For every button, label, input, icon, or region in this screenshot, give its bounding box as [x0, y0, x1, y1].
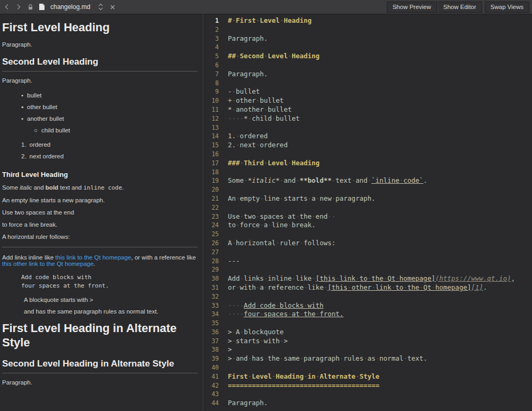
line-number: 5	[205, 52, 219, 61]
line-number: 39	[205, 354, 219, 363]
show-preview-button[interactable]: Show Preview	[387, 2, 437, 13]
preview-paragraph: An empty line starts a new paragraph.	[2, 197, 198, 203]
close-document-icon[interactable]	[107, 2, 118, 12]
editor-line-text	[219, 319, 228, 328]
whitespace-dots: ·	[351, 176, 356, 184]
editor-line[interactable]: 20	[205, 185, 532, 194]
editor-segment-n: Use·two·spaces·at·the·end··	[228, 212, 335, 220]
editor-line[interactable]: 11*·another·bullet	[205, 105, 532, 114]
preview-scrollbar[interactable]	[201, 14, 205, 410]
editor-line[interactable]: 23Use·two·spaces·at·the·end··	[205, 212, 532, 221]
editor-line-text: +·other·bullet	[219, 96, 283, 105]
whitespace-dots: ·	[232, 105, 236, 113]
back-icon[interactable]	[2, 2, 12, 12]
preview-paragraph: Paragraph.	[2, 77, 198, 84]
preview-list-item: 1.ordered	[2, 139, 198, 150]
editor-line[interactable]: 152.·next·ordered	[205, 141, 532, 150]
preview-heading2: Second Level Heading in Alternate Style	[2, 359, 198, 373]
whitespace-dots: ·	[240, 212, 244, 220]
editor-line[interactable]: 18	[205, 168, 532, 177]
editor-line[interactable]: 31or·with·a·reference·like·[this·other·l…	[205, 283, 532, 292]
editor-line[interactable]: 41First·Level·Heading·in·Alternate·Style	[205, 372, 532, 381]
whitespace-dots: ·	[348, 283, 352, 291]
whitespace-dots: ·	[264, 354, 268, 362]
editor-line[interactable]: 8	[205, 79, 532, 88]
document-dropdown-icon[interactable]	[95, 2, 106, 12]
lock-icon[interactable]	[25, 2, 36, 12]
editor-segment-link[interactable]: [this·link·to·the·Qt·homepage]	[316, 274, 436, 282]
preview-paragraph: to force a line break.	[2, 221, 198, 228]
editor-segment-n: ---	[228, 257, 240, 265]
markdown-editor-pane[interactable]: 1#·First·Level·Heading23Paragraph.45##·S…	[205, 14, 532, 410]
editor-segment-n: >·and·has·the·same·paragraph·rules·as·no…	[228, 354, 427, 362]
whitespace-dots: ·	[272, 372, 276, 380]
editor-line[interactable]: 39>·and·has·the·same·paragraph·rules·as·…	[205, 354, 532, 363]
forward-icon[interactable]	[13, 2, 24, 12]
whitespace-dots: ·	[304, 372, 308, 380]
whitespace-dots: ·	[335, 274, 340, 282]
editor-line-text: >·starts·with·>	[219, 337, 288, 346]
whitespace-dots: ·	[363, 354, 368, 362]
whitespace-dots: ·	[340, 354, 344, 362]
editor-line[interactable]: 16	[205, 150, 532, 159]
editor-line[interactable]: 21An·empty·line·starts·a·new·paragraph.	[205, 194, 532, 203]
editor-line[interactable]: 35	[205, 319, 532, 328]
preview-link[interactable]: this other link to the Qt homepage	[2, 261, 94, 267]
editor-line[interactable]: 12····*·child·bullet	[205, 114, 532, 123]
editor-line[interactable]: 3Paragraph.	[205, 34, 532, 43]
editor-line[interactable]: 29	[205, 265, 532, 274]
line-number: 36	[205, 328, 219, 337]
show-editor-button[interactable]: Show Editor	[438, 2, 482, 13]
editor-line[interactable]: 42======================================	[205, 381, 532, 390]
editor-line-text: >·and·has·the·same·paragraph·rules·as·no…	[219, 354, 427, 363]
editor-line-text	[219, 203, 228, 212]
editor-line[interactable]: 33····Add·code·blocks·with	[205, 301, 532, 310]
editor-line[interactable]: 32	[205, 292, 532, 301]
editor-line[interactable]: 7Paragraph.	[205, 70, 532, 79]
preview-text: inline code	[83, 184, 122, 191]
document-title[interactable]: changelog.md	[50, 3, 90, 11]
markdown-preview-pane[interactable]: First Level HeadingParagraph.Second Leve…	[0, 14, 201, 410]
editor-line[interactable]: 1#·First·Level·Heading	[205, 16, 532, 25]
preview-link[interactable]: this link to the Qt homepage	[55, 254, 131, 261]
editor-line[interactable]: 28---	[205, 257, 532, 266]
editor-line[interactable]: 26A·horizontal·ruler·follows:	[205, 239, 532, 248]
editor-line-text: >·A·blockquote	[219, 328, 283, 337]
editor-line[interactable]: 141.·ordered	[205, 132, 532, 141]
editor-segment-link[interactable]: [this·other·link·to·the·Qt·homepage]	[327, 283, 471, 291]
editor-segment-n: >·starts·with·>	[228, 337, 288, 345]
editor-line[interactable]: 24to·force·a·line·break.	[205, 221, 532, 230]
editor-line-text: #·First·Level·Heading	[219, 16, 312, 25]
editor-line[interactable]: 5##·Second·Level·Heading	[205, 52, 532, 61]
swap-views-button[interactable]: Swap Views	[485, 2, 529, 13]
editor-line[interactable]: 10+·other·bullet	[205, 96, 532, 105]
editor-line[interactable]: 30Add·links·inline·like·[this·link·to·th…	[205, 274, 532, 283]
editor-line[interactable]: 34····four·spaces·at·the·front.	[205, 310, 532, 319]
editor-segment-url[interactable]: [1]	[471, 283, 483, 291]
editor-line[interactable]: 13	[205, 123, 532, 132]
preview-bullet-list: •bullet▪other bullet•another bullet○chil…	[2, 90, 198, 136]
editor-line[interactable]: 25	[205, 230, 532, 239]
editor-line[interactable]: 4	[205, 43, 532, 52]
editor-line-text: ---	[219, 257, 240, 266]
editor-line[interactable]: 9-·bullet	[205, 87, 532, 96]
editor-line[interactable]: 37>·starts·with·>	[205, 337, 532, 346]
editor-line[interactable]: 44Paragraph.	[205, 399, 532, 408]
editor-line[interactable]: 19Some·*italic*·and·**bold**·text·and·`i…	[205, 176, 532, 185]
list-item-text: ordered	[30, 141, 51, 148]
editor-line[interactable]: 27	[205, 248, 532, 257]
line-number: 16	[205, 150, 219, 159]
editor-line[interactable]: 22	[205, 203, 532, 212]
editor-segment-url[interactable]: (https://www.qt.io)	[435, 274, 511, 282]
editor-segment-n: Paragraph.	[228, 399, 268, 407]
whitespace-dots: ·	[232, 239, 236, 247]
editor-line[interactable]: 43	[205, 390, 532, 399]
editor-line[interactable]: 40	[205, 363, 532, 372]
editor-line[interactable]: 17###·Third·Level·Heading	[205, 159, 532, 168]
editor-line[interactable]: 36>·A·blockquote	[205, 328, 532, 337]
editor-line[interactable]: 38>	[205, 345, 532, 354]
whitespace-dots: ····	[228, 114, 244, 122]
editor-line[interactable]: 6	[205, 61, 532, 70]
editor-segment-n: *·another·bullet	[228, 105, 291, 113]
editor-line[interactable]: 2	[205, 25, 532, 34]
